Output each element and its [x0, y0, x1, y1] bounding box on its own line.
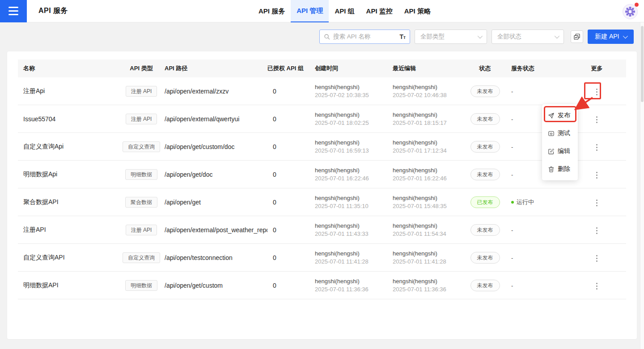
send-icon [548, 112, 555, 119]
table-row: 明细数据API 明细数据 /api/open/get/custom 0 heng… [18, 272, 626, 299]
chevron-down-icon [555, 34, 559, 38]
row-actions-kebab-icon[interactable] [593, 86, 600, 98]
cell-api-type: 注册 API [121, 114, 165, 124]
table-row: 自定义查询API 自定义查询 /api/open/testconnection … [18, 244, 626, 272]
col-header-type: API 类型 [121, 64, 165, 72]
case-sensitive-toggle-icon[interactable]: Tт [400, 33, 406, 40]
type-filter-select[interactable]: 全部类型 [415, 30, 487, 44]
cell-api-name: Issue55704 [18, 115, 121, 123]
tab-api-group[interactable]: API 组 [329, 0, 360, 22]
cell-created: hengshi(hengshi) 2025-07-01 16:22:46 [315, 166, 393, 183]
table-row: 注册API 注册 API /api/open/external/post_wea… [18, 216, 626, 244]
tab-api-monitor[interactable]: API 监控 [360, 0, 398, 22]
create-api-button[interactable]: 新建 API [588, 30, 634, 44]
type-tag: 注册 API [126, 114, 157, 124]
row-actions-kebab-icon[interactable] [593, 141, 600, 153]
row-actions-kebab-icon[interactable] [593, 114, 600, 126]
col-header-more: 更多 [570, 64, 626, 72]
cell-more [570, 223, 626, 237]
cell-more [570, 84, 626, 98]
edit-icon [548, 148, 555, 155]
cell-authorized-groups: 0 [267, 199, 315, 206]
service-status: - [511, 144, 513, 150]
cell-api-type: 聚合数据 [121, 197, 165, 208]
status-badge: 未发布 [470, 141, 500, 153]
tab-api-management[interactable]: API 管理 [291, 0, 329, 22]
cell-api-path: /api/open/get/custom/doc [165, 143, 267, 150]
scrollbar[interactable] [640, 22, 644, 349]
service-status: 运行中 [511, 198, 534, 206]
col-header-groups: 已授权 API 组 [267, 64, 315, 72]
menu-item-publish[interactable]: 发布 [542, 106, 578, 124]
hamburger-icon [8, 7, 18, 8]
cell-api-path: /api/open/external/post_weather_report [165, 226, 267, 234]
search-placeholder: 搜索 API 名称 [333, 33, 397, 41]
cell-api-path: /api/open/testconnection [165, 254, 267, 261]
cell-api-name: 自定义查询Api [18, 143, 121, 151]
running-dot-icon [511, 201, 514, 204]
status-badge: 已发布 [470, 196, 500, 208]
row-actions-kebab-icon[interactable] [593, 252, 600, 264]
search-input[interactable]: 搜索 API 名称 Tт [319, 30, 410, 44]
cell-edited: hengshi(hengshi) 2025-07-01 18:15:17 [393, 111, 465, 127]
batch-select-button[interactable] [571, 30, 583, 43]
tab-api-policy[interactable]: API 策略 [398, 0, 436, 22]
table-row: Issue55704 注册 API /api/open/external/qwe… [18, 105, 626, 133]
cell-api-path: /api/open/external/qwertyui [165, 115, 267, 123]
table-row: 自定义查询Api 自定义查询 /api/open/get/custom/doc … [18, 133, 626, 161]
cell-authorized-groups: 0 [267, 171, 315, 178]
cell-api-name: 注册Api [18, 87, 121, 95]
type-tag: 聚合数据 [125, 197, 157, 208]
cell-edited: hengshi(hengshi) 2025-07-01 11:54:34 [393, 222, 465, 238]
cell-edited: hengshi(hengshi) 2025-07-02 10:46:38 [393, 83, 465, 99]
cell-status: 未发布 [465, 85, 508, 97]
type-tag: 自定义查询 [123, 141, 160, 152]
status-filter-select[interactable]: 全部状态 [491, 30, 564, 44]
cell-status: 已发布 [465, 196, 508, 208]
menu-item-delete[interactable]: 删除 [542, 160, 578, 178]
scrollbar-thumb[interactable] [641, 26, 644, 102]
col-header-path: API 路径 [165, 64, 267, 72]
cell-edited: hengshi(hengshi) 2025-07-01 11:41:28 [393, 250, 465, 266]
status-badge: 未发布 [470, 85, 500, 97]
cell-api-name: 明细数据API [18, 281, 121, 289]
cell-more [570, 251, 626, 264]
avatar[interactable] [622, 4, 638, 20]
row-actions-kebab-icon[interactable] [593, 169, 600, 181]
notification-dot [635, 3, 639, 7]
filter-toolbar: 搜索 API 名称 Tт 全部类型 全部状态 新建 API [319, 30, 635, 44]
cell-edited: hengshi(hengshi) 2025-07-01 11:36:36 [393, 277, 465, 294]
row-actions-kebab-icon[interactable] [593, 225, 600, 237]
menu-item-edit[interactable]: 编辑 [542, 142, 578, 160]
table-header-row: 名称 API 类型 API 路径 已授权 API 组 创建时间 最近编辑 状态 … [18, 60, 626, 77]
tab-api-service[interactable]: API 服务 [253, 0, 291, 22]
trash-icon [548, 166, 555, 173]
cell-api-type: 注册 API [121, 225, 165, 235]
status-badge: 未发布 [470, 224, 500, 236]
cell-created: hengshi(hengshi) 2025-07-02 10:38:35 [315, 83, 393, 99]
cell-authorized-groups: 0 [267, 115, 315, 123]
row-actions-menu: 发布 测试 编辑 删除 [542, 104, 578, 180]
cell-status: 未发布 [465, 169, 508, 180]
cell-api-name: 聚合数据API [18, 198, 121, 206]
table-row: 明细数据Api 明细数据 /api/open/get/doc 0 hengshi… [18, 161, 626, 188]
menu-item-test[interactable]: 测试 [542, 124, 578, 142]
type-tag: 注册 API [126, 225, 157, 235]
row-actions-kebab-icon[interactable] [593, 197, 600, 209]
hamburger-menu-button[interactable] [0, 0, 27, 22]
cell-api-path: /api/open/get/custom [165, 282, 267, 289]
cell-edited: hengshi(hengshi) 2025-07-01 16:22:46 [393, 166, 465, 183]
cell-status: 未发布 [465, 224, 508, 236]
cell-authorized-groups: 0 [267, 226, 315, 234]
table-row: 聚合数据API 聚合数据 /api/open/get 0 hengshi(hen… [18, 188, 626, 216]
cell-api-name: 注册API [18, 226, 121, 234]
row-actions-kebab-icon[interactable] [593, 280, 600, 292]
cell-created: hengshi(hengshi) 2025-07-01 11:35:10 [315, 194, 393, 210]
table-row: 注册Api 注册 API /api/open/external/zxzv 0 h… [18, 77, 626, 105]
cell-authorized-groups: 0 [267, 143, 315, 150]
status-badge: 未发布 [470, 280, 500, 291]
cell-authorized-groups: 0 [267, 88, 315, 95]
cell-edited: hengshi(hengshi) 2025-07-01 17:12:34 [393, 139, 465, 155]
cell-created: hengshi(hengshi) 2025-07-01 11:43:33 [315, 222, 393, 238]
type-tag: 明细数据 [125, 169, 157, 180]
